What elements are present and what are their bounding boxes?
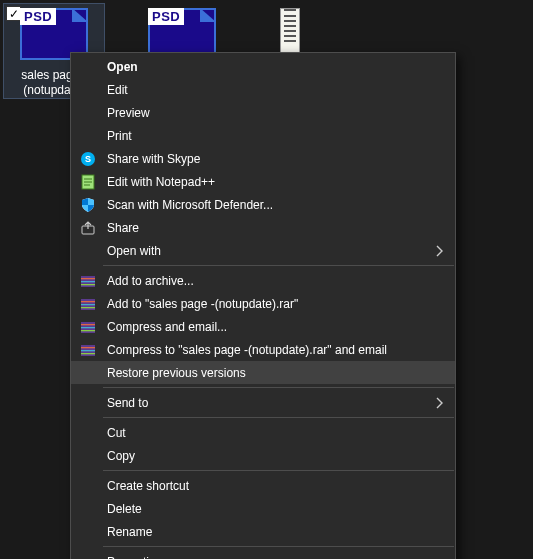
menu-compress-named-email[interactable]: Compress to "sales page -(notupdate).rar… bbox=[71, 338, 455, 361]
winrar-icon bbox=[79, 318, 97, 336]
menu-properties[interactable]: Properties bbox=[71, 550, 455, 559]
psd-badge: PSD bbox=[148, 8, 184, 25]
menu-add-archive[interactable]: Add to archive... bbox=[71, 269, 455, 292]
checkbox-icon[interactable]: ✓ bbox=[6, 6, 21, 21]
chevron-right-icon bbox=[435, 245, 443, 257]
menu-copy[interactable]: Copy bbox=[71, 444, 455, 467]
svg-rect-17 bbox=[81, 327, 95, 328]
menu-send-to[interactable]: Send to bbox=[71, 391, 455, 414]
svg-rect-12 bbox=[81, 301, 95, 302]
menu-separator bbox=[103, 387, 454, 388]
svg-rect-8 bbox=[81, 278, 95, 279]
menu-separator bbox=[103, 470, 454, 471]
svg-rect-18 bbox=[81, 330, 95, 331]
svg-rect-16 bbox=[81, 324, 95, 325]
menu-preview[interactable]: Preview bbox=[71, 101, 455, 124]
menu-share-skype[interactable]: S Share with Skype bbox=[71, 147, 455, 170]
svg-rect-21 bbox=[81, 350, 95, 351]
context-menu: Open Edit Preview Print S Share with Sky… bbox=[70, 52, 456, 559]
winrar-icon bbox=[79, 295, 97, 313]
notepadpp-icon bbox=[79, 173, 97, 191]
winrar-icon bbox=[79, 272, 97, 290]
menu-separator bbox=[103, 546, 454, 547]
desktop: ✓ PSD sales page -(notupdate) PSD Open E… bbox=[0, 0, 533, 559]
menu-rename[interactable]: Rename bbox=[71, 520, 455, 543]
menu-notepadpp[interactable]: Edit with Notepad++ bbox=[71, 170, 455, 193]
psd-badge: PSD bbox=[20, 8, 56, 25]
menu-share[interactable]: Share bbox=[71, 216, 455, 239]
svg-rect-13 bbox=[81, 304, 95, 305]
menu-restore-previous-versions[interactable]: Restore previous versions bbox=[71, 361, 455, 384]
menu-separator bbox=[103, 417, 454, 418]
menu-print[interactable]: Print bbox=[71, 124, 455, 147]
svg-rect-14 bbox=[81, 307, 95, 308]
menu-create-shortcut[interactable]: Create shortcut bbox=[71, 474, 455, 497]
svg-rect-9 bbox=[81, 281, 95, 282]
winrar-icon bbox=[79, 341, 97, 359]
menu-defender[interactable]: Scan with Microsoft Defender... bbox=[71, 193, 455, 216]
svg-text:S: S bbox=[85, 154, 91, 164]
menu-delete[interactable]: Delete bbox=[71, 497, 455, 520]
defender-shield-icon bbox=[79, 196, 97, 214]
menu-open-with[interactable]: Open with bbox=[71, 239, 455, 262]
menu-add-named-rar[interactable]: Add to "sales page -(notupdate).rar" bbox=[71, 292, 455, 315]
share-icon bbox=[79, 219, 97, 237]
menu-separator bbox=[103, 265, 454, 266]
svg-rect-20 bbox=[81, 347, 95, 348]
menu-cut[interactable]: Cut bbox=[71, 421, 455, 444]
menu-edit[interactable]: Edit bbox=[71, 78, 455, 101]
svg-rect-10 bbox=[81, 284, 95, 285]
menu-compress-email[interactable]: Compress and email... bbox=[71, 315, 455, 338]
chevron-right-icon bbox=[435, 397, 443, 409]
svg-rect-22 bbox=[81, 353, 95, 354]
skype-icon: S bbox=[79, 150, 97, 168]
menu-open[interactable]: Open bbox=[71, 55, 455, 78]
